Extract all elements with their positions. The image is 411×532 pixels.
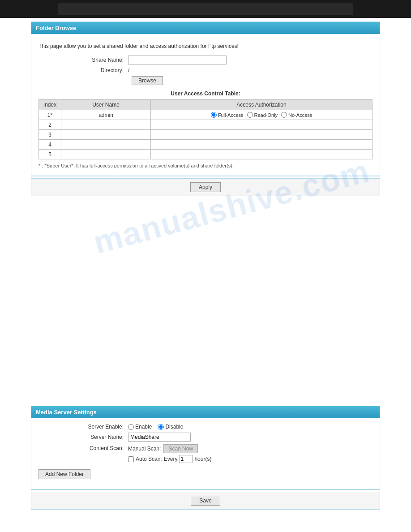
media-separator — [31, 489, 380, 490]
server-enable-row: Server Enable: Enable Disable — [39, 424, 372, 430]
add-folder-section: Add New Folder — [39, 466, 372, 482]
col-header-index: Index — [39, 100, 61, 110]
row-access — [151, 150, 372, 159]
row-username — [61, 120, 151, 130]
folder-browse-body: This page allow you to set a shared fold… — [31, 34, 380, 174]
top-header — [0, 0, 411, 18]
enable-radio-label[interactable]: Enable — [128, 424, 152, 430]
enable-label: Enable — [135, 424, 152, 430]
every-label: Every — [164, 456, 178, 462]
apply-button[interactable]: Apply — [190, 182, 221, 192]
content-scan-label: Content Scan: — [39, 445, 128, 451]
table-row: 5 — [39, 150, 372, 159]
page-wrapper: Folder Browse This page allow you to set… — [0, 0, 411, 532]
row-username — [61, 130, 151, 140]
row-index: 3 — [39, 130, 61, 140]
share-name-label: Share Name: — [39, 57, 128, 63]
row-username — [61, 140, 151, 150]
media-server-panel: Media Server Settings Server Enable: Ena… — [31, 406, 380, 510]
radio-none[interactable] — [281, 112, 287, 118]
top-header-inner — [58, 3, 353, 15]
radio-full[interactable] — [211, 112, 217, 118]
row-username — [61, 150, 151, 159]
auto-scan-row: Auto Scan: Every hour(s) — [128, 455, 211, 463]
server-name-input[interactable] — [128, 433, 191, 442]
media-server-body: Server Enable: Enable Disable Server Nam… — [31, 418, 380, 487]
row-access — [151, 130, 372, 140]
browse-button[interactable]: Browse — [132, 76, 163, 85]
row-access — [151, 120, 372, 130]
row-index: 5 — [39, 150, 61, 159]
directory-row: Directory: / — [39, 67, 372, 73]
save-button[interactable]: Save — [191, 496, 220, 506]
manual-scan-label: Manual Scan: — [128, 446, 161, 452]
share-name-row: Share Name: — [39, 56, 372, 64]
row-access — [151, 140, 372, 150]
auto-scan-checkbox[interactable] — [128, 456, 134, 462]
access-control-table: Index User Name Access Authorization 1*a… — [39, 99, 372, 159]
folder-browse-title: Folder Browse — [36, 25, 76, 31]
content-scan-section: Manual Scan: Scan Now Auto Scan: Every h… — [128, 444, 211, 463]
table-row: 2 — [39, 120, 372, 130]
content-scan-row: Content Scan: Manual Scan: Scan Now Auto… — [39, 444, 372, 463]
row-access[interactable]: Full-AccessRead-OnlyNo-Access — [151, 110, 372, 120]
table-row: 1*adminFull-AccessRead-OnlyNo-Access — [39, 110, 372, 120]
table-title: User Access Control Table: — [39, 90, 372, 97]
folder-browse-description: This page allow you to set a shared fold… — [39, 43, 372, 49]
browse-row: Browse — [39, 76, 372, 85]
add-new-folder-button[interactable]: Add New Folder — [39, 469, 90, 479]
hour-input[interactable] — [179, 455, 193, 463]
auto-scan-label: Auto Scan: — [136, 456, 162, 462]
table-row: 4 — [39, 140, 372, 150]
radio-option[interactable]: Read-Only — [247, 112, 278, 118]
disable-label: Disable — [165, 424, 183, 430]
col-header-username: User Name — [61, 100, 151, 110]
directory-label: Directory: — [39, 67, 128, 73]
table-row: 3 — [39, 130, 372, 140]
radio-read[interactable] — [247, 112, 253, 118]
media-server-title: Media Server Settings — [36, 409, 97, 416]
row-index: 1* — [39, 110, 61, 120]
radio-option[interactable]: No-Access — [281, 112, 312, 118]
radio-label-text: Full-Access — [218, 112, 244, 118]
server-name-row: Server Name: — [39, 433, 372, 442]
radio-option[interactable]: Full-Access — [211, 112, 244, 118]
folder-browse-header: Folder Browse — [31, 22, 380, 34]
server-name-label: Server Name: — [39, 434, 128, 440]
share-name-input[interactable] — [128, 56, 227, 64]
manual-scan-row: Manual Scan: Scan Now — [128, 444, 211, 453]
row-index: 2 — [39, 120, 61, 130]
space-block — [0, 200, 411, 406]
server-enable-label: Server Enable: — [39, 424, 128, 430]
disable-radio[interactable] — [158, 424, 164, 430]
radio-group[interactable]: Full-AccessRead-OnlyNo-Access — [154, 112, 368, 118]
directory-value: / — [128, 67, 129, 73]
hours-label: hour(s) — [194, 456, 211, 462]
enable-radio[interactable] — [128, 424, 134, 430]
radio-label-text: Read-Only — [254, 112, 278, 118]
radio-label-text: No-Access — [288, 112, 312, 118]
row-index: 4 — [39, 140, 61, 150]
separator — [31, 176, 380, 176]
col-header-access: Access Authorization — [151, 100, 372, 110]
media-server-footer: Save — [31, 492, 380, 509]
row-username: admin — [61, 110, 151, 120]
folder-browse-panel: Folder Browse This page allow you to set… — [31, 21, 380, 196]
footnote: * : *Super User*, It has full-access per… — [39, 163, 372, 168]
media-server-header: Media Server Settings — [31, 406, 380, 418]
enable-options: Enable Disable — [128, 424, 183, 430]
disable-radio-label[interactable]: Disable — [158, 424, 183, 430]
scan-now-button[interactable]: Scan Now — [163, 444, 198, 453]
folder-browse-footer: Apply — [31, 178, 380, 196]
